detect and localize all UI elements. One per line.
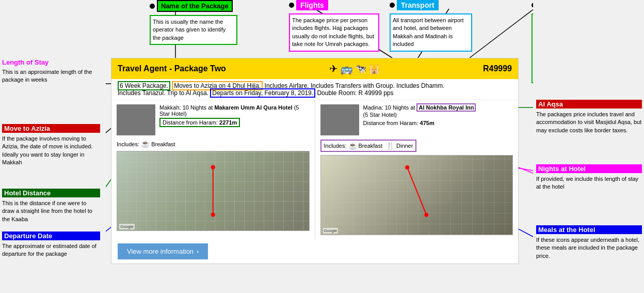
madina-distance-value: 475m [420, 120, 434, 126]
move-to-azizia-text: If the package involves moving to Azizia… [2, 135, 100, 167]
right-annotations: Al Aqsa The packages price includes trav… [533, 0, 644, 293]
card-header: Travel Agent - Package Two ✈ 🚌 🐄 🕌 R4999… [111, 58, 518, 79]
departure-date-text: The approximate or estimated date of dep… [2, 242, 100, 258]
madina-breakfast-label: Breakfast [359, 143, 382, 149]
madina-map-line [321, 156, 513, 235]
madina-info-row: Madina: 10 Nights at Al Nokhba Royal Inn… [320, 104, 513, 135]
al-aqsa-text: The packages price includes travel and a… [536, 111, 642, 134]
nights-at-hotel-text: If provided, we include this length of s… [536, 175, 642, 191]
length-of-stay-text: This is an approximate length of the pac… [2, 68, 100, 84]
flights-section: Flights The package price per person inc… [289, 0, 379, 52]
hotels-row: Makkah: 10 Nights at Makarem Umm Al Qura… [111, 100, 518, 239]
left-annotations: Length of Stay This is an approximate le… [0, 0, 106, 293]
name-of-package-section: Name of the Package This is usually the … [150, 0, 237, 45]
transport-label: Transport [397, 0, 439, 10]
flights-label: Flights [296, 0, 328, 10]
flights-text: The package price per person includes fl… [289, 13, 379, 52]
al-aqsa-section: Al Aqsa The packages price includes trav… [536, 100, 642, 134]
view-more-label: View more information [127, 248, 194, 255]
makkah-info-row: Makkah: 10 Nights at Makarem Umm Al Qura… [117, 104, 310, 135]
name-of-package-label: Name of the Package [157, 0, 233, 12]
bus-icon: 🚌 [340, 63, 353, 75]
card-icons: ✈ 🚌 🐄 🕌 [329, 63, 380, 75]
meals-at-hotel-section: Meals at the Hotel If these icons appear… [536, 225, 642, 260]
al-aqsa-label: Al Aqsa [536, 100, 642, 109]
makkah-distance: Distance from Haram: 2271m [159, 118, 240, 127]
description-text2: Includes Tanazul. Trip to Al Aqsa. [118, 89, 210, 97]
mosque-icon: 🕌 [368, 63, 380, 74]
makkah-nights: 10 Nights at [183, 104, 215, 111]
makkah-label: Makkah: [159, 104, 183, 111]
madina-section: Madina: 10 Nights at Al Nokhba Royal Inn… [315, 100, 519, 239]
makkah-section: Makkah: 10 Nights at Makarem Umm Al Qura… [111, 100, 315, 239]
breakfast-icon-makkah: ☕ [141, 140, 150, 148]
madina-hotel-highlight: Al Nokhba Royal Inn [416, 103, 476, 112]
transport-dot [390, 3, 395, 8]
name-dot [150, 4, 155, 9]
madina-includes-label: Includes: [324, 143, 347, 149]
makkah-thumbnail [117, 104, 155, 135]
length-of-stay-section: Length of Stay This is an approximate le… [2, 58, 100, 84]
svg-line-15 [407, 167, 426, 215]
svg-line-3 [470, 9, 534, 58]
move-to-azizia-label: Move to Azizia [2, 124, 100, 133]
hotel-distance-text: This is the distance if one were to draw… [2, 199, 100, 223]
departure-date-section: Departure Date The approximate or estima… [2, 232, 100, 258]
dinner-icon-madina: 🍴 [386, 142, 395, 150]
departure-highlight: Departs on Friday, February 8, 2019. [210, 88, 315, 98]
svg-point-17 [424, 213, 428, 217]
makkah-breakfast-label: Breakfast [151, 141, 175, 147]
hotel-distance-section: Hotel Distance This is the distance if o… [2, 189, 100, 223]
card-title: Travel Agent - Package Two [118, 64, 226, 73]
svg-point-16 [405, 165, 409, 169]
nights-at-hotel-label: Nights at Hotel [536, 164, 642, 173]
nights-at-hotel-section: Nights at Hotel If provided, we include … [536, 164, 642, 191]
arrow-right-icon: › [197, 248, 199, 255]
cow-icon: 🐄 [355, 63, 366, 74]
makkah-hotel-name: Makarem Umm Al Qura Hotel [214, 104, 292, 111]
makkah-map: Google [117, 151, 310, 231]
transport-text: All transport between airport and hotel,… [390, 13, 472, 52]
departure-date-label: Departure Date [2, 232, 100, 240]
plane-icon: ✈ [329, 63, 338, 75]
meals-at-hotel-text: If these icons appear underneath a hotel… [536, 236, 642, 260]
makkah-includes-label: Includes: [117, 141, 141, 147]
length-of-stay-label: Length of Stay [2, 58, 100, 66]
svg-point-14 [211, 212, 215, 217]
description-text3: Double Room: R 49999 pps [317, 89, 393, 97]
breakfast-icon-madina: ☕ [348, 142, 357, 150]
madina-map-label: Google [323, 228, 339, 234]
madina-thumbnail [320, 104, 359, 135]
flights-dot [289, 3, 294, 8]
madina-hotel-name: Al Nokhba Royal Inn [418, 104, 474, 111]
makkah-map-line [117, 151, 309, 230]
view-more-button[interactable]: View more information › [118, 243, 208, 259]
card-description: 6 Week Package. Moves to Azizia on 4 Dhu… [111, 79, 518, 100]
move-to-azizia-section: Move to Azizia If the package involves m… [2, 124, 100, 167]
transport-section: Transport All transport between airport … [390, 0, 472, 52]
makkah-includes-row: Includes: ☕ Breakfast [117, 140, 310, 148]
hotel-distance-label: Hotel Distance [2, 189, 100, 197]
card-footer: View more information › [111, 239, 518, 264]
name-of-package-text: This is usually the name the operator ha… [150, 15, 237, 45]
madina-dinner-label: Dinner [396, 143, 413, 149]
meals-at-hotel-label: Meals at the Hotel [536, 225, 642, 234]
madina-map: Google [320, 155, 513, 235]
madina-nights: 10 Nights at [385, 104, 417, 111]
madina-stars: (5 Star Hotel) [363, 112, 397, 118]
makkah-map-label: Google [119, 224, 135, 229]
madina-includes-badge: Includes: ☕ Breakfast 🍴 Dinner [320, 140, 417, 152]
card-price: R49999 [483, 64, 512, 73]
madina-includes-row: Includes: ☕ Breakfast 🍴 Dinner [320, 140, 513, 152]
svg-point-13 [211, 165, 215, 169]
package-card: Travel Agent - Package Two ✈ 🚌 🐄 🕌 R4999… [111, 58, 519, 264]
madina-label: Madina: [363, 104, 385, 111]
